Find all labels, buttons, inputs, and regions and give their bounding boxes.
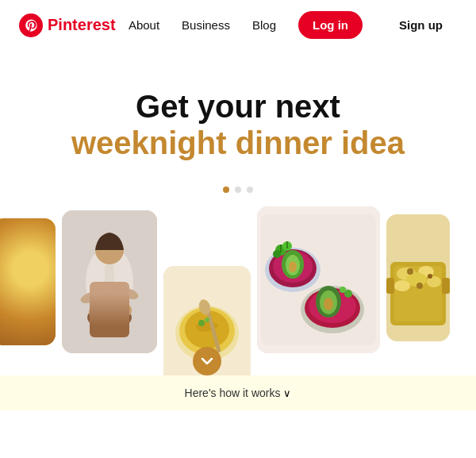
- svg-rect-55: [442, 278, 450, 294]
- dot-1[interactable]: [223, 187, 229, 193]
- svg-point-53: [416, 283, 423, 289]
- food-card-1: [0, 218, 56, 345]
- svg-point-40: [340, 287, 346, 293]
- person-cooking-svg: [62, 210, 157, 353]
- svg-point-20: [198, 320, 205, 326]
- svg-point-52: [428, 274, 432, 279]
- hero-title-line2: weeknight dinner idea: [16, 125, 460, 161]
- svg-point-5: [87, 306, 132, 329]
- chevron-down-icon: [200, 354, 214, 368]
- food-card-4: [257, 206, 380, 353]
- login-button[interactable]: Log in: [298, 11, 363, 39]
- down-arrow-button[interactable]: [193, 347, 221, 375]
- svg-point-7: [89, 306, 102, 318]
- main-content: Get your next weeknight dinner idea: [0, 50, 476, 410]
- carousel-dots: [0, 187, 476, 193]
- svg-point-6: [90, 304, 129, 323]
- food-card-3-wrap: [163, 234, 251, 375]
- how-it-works-bar[interactable]: Here's how it works ∨: [0, 375, 476, 410]
- how-it-works-chevron: ∨: [283, 387, 291, 399]
- image-strip: [0, 193, 476, 375]
- hero-title-line1: Get your next: [16, 88, 460, 125]
- svg-point-0: [19, 13, 43, 37]
- svg-point-9: [99, 306, 107, 314]
- food-card-1-image: [0, 218, 56, 345]
- svg-point-32: [273, 250, 281, 258]
- how-it-works-label: Here's how it works: [185, 387, 281, 399]
- signup-button[interactable]: Sign up: [385, 11, 457, 39]
- logo[interactable]: Pinterest: [19, 13, 116, 37]
- food-card-2-image: [62, 210, 157, 353]
- dot-2[interactable]: [235, 187, 241, 193]
- pinterest-logo-icon: [19, 13, 43, 37]
- navigation: About Business Blog Log in Sign up: [129, 11, 457, 39]
- header: Pinterest About Business Blog Log in Sig…: [0, 0, 476, 50]
- svg-point-29: [289, 261, 297, 272]
- svg-rect-1: [62, 210, 157, 353]
- svg-rect-54: [386, 278, 394, 294]
- svg-point-11: [113, 306, 121, 314]
- dot-3[interactable]: [247, 187, 253, 193]
- svg-point-10: [108, 304, 114, 310]
- svg-rect-13: [105, 264, 114, 296]
- svg-point-38: [324, 298, 333, 310]
- logo-text: Pinterest: [48, 16, 116, 34]
- food-card-2: [62, 210, 157, 353]
- avocado-toast-svg: [257, 206, 380, 353]
- nav-about[interactable]: About: [129, 18, 159, 32]
- nav-blog[interactable]: Blog: [252, 18, 276, 32]
- svg-point-50: [394, 280, 410, 291]
- svg-point-21: [205, 318, 209, 322]
- svg-point-51: [407, 268, 413, 275]
- food-card-5: [386, 214, 450, 341]
- hero-section: Get your next weeknight dinner idea: [0, 50, 476, 175]
- casserole-svg: [386, 214, 450, 341]
- nav-business[interactable]: Business: [182, 18, 230, 32]
- svg-point-8: [119, 304, 132, 317]
